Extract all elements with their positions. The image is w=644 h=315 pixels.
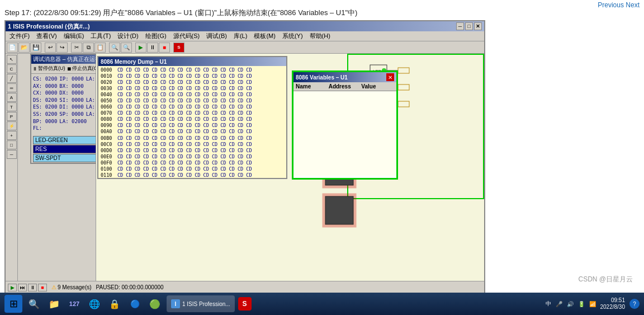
- comp-sw-spdt[interactable]: SW-SPDT: [33, 154, 96, 162]
- taskbar-num[interactable]: 127: [66, 295, 83, 312]
- close-button[interactable]: ✕: [474, 22, 482, 30]
- menu-edit[interactable]: 编辑(E): [62, 32, 86, 40]
- menu-design[interactable]: 设计(D): [116, 32, 140, 40]
- toolbar-undo[interactable]: ↩: [45, 43, 56, 53]
- play-button[interactable]: ▶: [8, 284, 17, 292]
- taskbar-vpn[interactable]: 🔒: [106, 295, 123, 312]
- reg-la3: LA: 02000: [86, 104, 96, 111]
- isis-title: 1 ISIS Professional (仿真#...): [8, 22, 90, 31]
- stop-button[interactable]: ■: [38, 284, 47, 292]
- menu-view[interactable]: 查看(V): [35, 32, 59, 40]
- toolbar-stop[interactable]: ■: [159, 43, 170, 53]
- previous-link[interactable]: Previous: [598, 1, 624, 9]
- taskbar-browser[interactable]: 🌐: [86, 295, 103, 312]
- menu-template[interactable]: 模板(M): [252, 32, 277, 40]
- next-link[interactable]: Next: [626, 1, 640, 9]
- tool-bus[interactable]: ═: [7, 83, 17, 92]
- statusbar: ▶ ⏭ ⏸ ■ ⚠ 9 Message(s) PAUSED: 00:00:00.…: [6, 281, 484, 293]
- minimize-button[interactable]: ─: [456, 22, 464, 30]
- taskbar-wifi[interactable]: 📶: [589, 301, 596, 307]
- toolbar-pause[interactable]: ⏸: [147, 43, 158, 53]
- memory-dump-window: 8086 Memory Dump – U1 0000 CD CD CD CD C…: [97, 56, 287, 179]
- debug-pause-btn[interactable]: ⏸ 暂停仿真(U): [32, 65, 65, 72]
- reg-bx: BX: 0000: [59, 83, 83, 90]
- tool-label[interactable]: A: [7, 93, 17, 102]
- toolbar-new[interactable]: 📄: [7, 43, 18, 53]
- taskbar-notification[interactable]: ?: [629, 299, 640, 309]
- toolbar-zoom-out[interactable]: 🔍: [121, 43, 132, 53]
- step-description: Step 17: (2022/8/30 09:51:29) 用户在"8086 V…: [4, 8, 357, 18]
- taskbar-right: 中 🎤 🔊 🔋 📶 09:51 2022/8/30 ?: [546, 297, 640, 311]
- toolbar-redo[interactable]: ↪: [56, 43, 68, 53]
- toolbar-open[interactable]: 📂: [18, 43, 30, 53]
- component-list: LED-GREEN RES SW-SPDT: [31, 136, 96, 162]
- memory-row: 0090 CD CD CD CD CD CD CD CD CD CD CD CD…: [101, 123, 284, 129]
- reg-es: ES: 0200: [33, 104, 57, 111]
- menu-draw[interactable]: 绘图(G): [144, 32, 168, 40]
- registers-panel: CS: 0200 IP: 0000 LA: 02000 AX: 0000 BX:…: [31, 74, 96, 134]
- memory-row: 0100 CD CD CD CD CD CD CD CD CD CD CD CD…: [101, 166, 284, 172]
- tool-component[interactable]: C: [7, 64, 17, 73]
- toolbar-cut[interactable]: ✂: [71, 43, 82, 53]
- reg-ss: SS: 0200: [33, 111, 57, 118]
- debug-toolbar: ⏸ 暂停仿真(U) ⏹ 停止仿真(O) → 添加监听(C): [31, 64, 96, 74]
- isis-app-icon: I: [171, 299, 180, 308]
- taskbar-battery[interactable]: 🔋: [578, 301, 585, 307]
- simulation-status: PAUSED: 00:00:00.000000: [96, 284, 164, 290]
- tool-power[interactable]: ⚡: [7, 121, 17, 130]
- variables-close-btn[interactable]: ✕: [386, 73, 394, 81]
- memory-row: 00F0 CD CD CD CD CD CD CD CD CD CD CD CD…: [101, 160, 284, 166]
- debug-stop-btn[interactable]: ⏹ 停止仿真(O): [67, 65, 97, 72]
- navigation-links: Previous Next: [593, 0, 644, 10]
- step-button[interactable]: ⏭: [18, 284, 27, 292]
- menu-library[interactable]: 库(L): [232, 32, 249, 40]
- memory-row: 0110 CD CD CD CD CD CD CD CD CD CD CD CD…: [101, 172, 284, 178]
- isis-menubar: 文件(F) 查看(V) 编辑(E) 工具(T) 设计(D) 绘图(G) 源代码(…: [6, 31, 484, 41]
- toolbar-copy[interactable]: ⧉: [83, 43, 94, 53]
- svg-rect-19: [325, 196, 353, 224]
- tool-box[interactable]: □: [7, 140, 17, 149]
- tool-terminal[interactable]: T: [7, 102, 17, 111]
- tool-arrow[interactable]: ↖: [7, 55, 17, 64]
- taskbar-volume[interactable]: 🔊: [567, 301, 574, 307]
- taskbar-files[interactable]: 📁: [46, 295, 63, 312]
- pause-button[interactable]: ⏸: [28, 284, 37, 292]
- comp-res[interactable]: RES: [33, 145, 96, 153]
- reg-la2: LA: 02000: [86, 97, 96, 104]
- menu-help[interactable]: 帮助(H): [308, 32, 332, 40]
- taskbar-app2[interactable]: 🟢: [146, 295, 163, 312]
- menu-source[interactable]: 源代码(S): [172, 32, 202, 40]
- taskbar-chrome[interactable]: 🔵: [126, 295, 143, 312]
- menu-tools[interactable]: 工具(T): [89, 32, 112, 40]
- taskbar-datetime[interactable]: 09:51 2022/8/30: [600, 297, 626, 311]
- schematic-canvas[interactable]: 8086 Memory Dump – U1 0000 CD CD CD CD C…: [96, 54, 484, 281]
- comp-led-green[interactable]: LED-GREEN: [33, 136, 96, 144]
- taskbar-time-display: 09:51: [600, 297, 626, 304]
- tool-probe[interactable]: +: [7, 131, 17, 140]
- taskbar-lang[interactable]: 中: [546, 300, 551, 308]
- menu-system[interactable]: 系统(Y): [281, 32, 305, 40]
- start-button[interactable]: ⊞: [4, 295, 22, 313]
- toolbar-save[interactable]: 💾: [30, 43, 41, 53]
- tool-wire[interactable]: ╱: [7, 74, 17, 83]
- taskbar-proteus[interactable]: S: [238, 297, 252, 311]
- taskbar-search[interactable]: 🔍: [26, 295, 42, 312]
- memory-row: 00E0 CD CD CD CD CD CD CD CD CD CD CD CD…: [101, 154, 284, 160]
- variables-window[interactable]: 8086 Variables – U1 ✕ Name Address Value: [292, 70, 398, 180]
- tool-port[interactable]: P: [7, 112, 17, 121]
- memory-row: 0080 CD CD CD CD CD CD CD CD CD CD CD CD…: [101, 116, 284, 123]
- tool-line[interactable]: ─: [7, 150, 17, 159]
- taskbar-isis-app[interactable]: I 1 ISIS Profession...: [167, 295, 235, 312]
- taskbar-mic[interactable]: 🎤: [556, 301, 562, 307]
- toolbar-paste[interactable]: 📋: [94, 43, 106, 53]
- menu-file[interactable]: 文件(F): [8, 32, 31, 40]
- isis-titlebar: 1 ISIS Professional (仿真#...) ─ □ ✕: [6, 21, 484, 31]
- toolbar-run[interactable]: ▶: [135, 43, 146, 53]
- memory-row: 0010 CD CD CD CD CD CD CD CD CD CD CD CD…: [101, 73, 284, 79]
- titlebar-buttons: ─ □ ✕: [456, 22, 482, 30]
- toolbar-btn1[interactable]: S: [173, 43, 184, 53]
- menu-debug[interactable]: 调试(B): [205, 32, 229, 40]
- message-count: 9 Message(s): [58, 284, 92, 290]
- maximize-button[interactable]: □: [465, 22, 473, 30]
- toolbar-zoom-in[interactable]: 🔍: [109, 43, 120, 53]
